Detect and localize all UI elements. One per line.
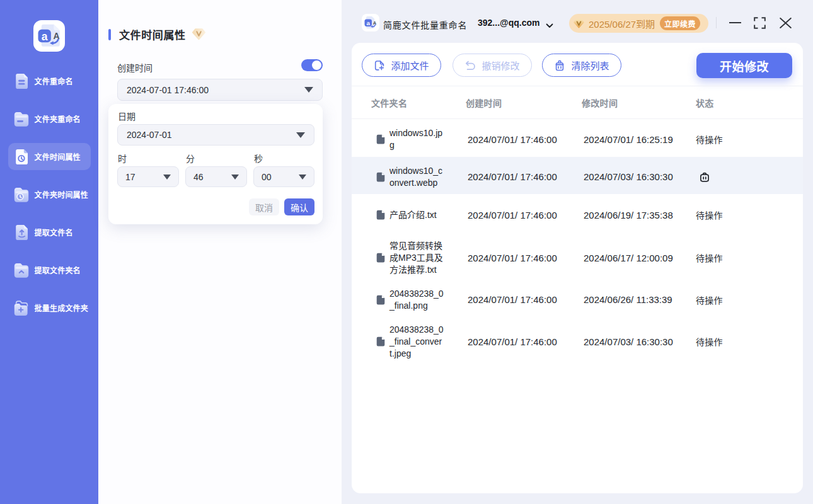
svg-text:a: a [366, 20, 370, 26]
svg-text:a: a [42, 30, 48, 43]
